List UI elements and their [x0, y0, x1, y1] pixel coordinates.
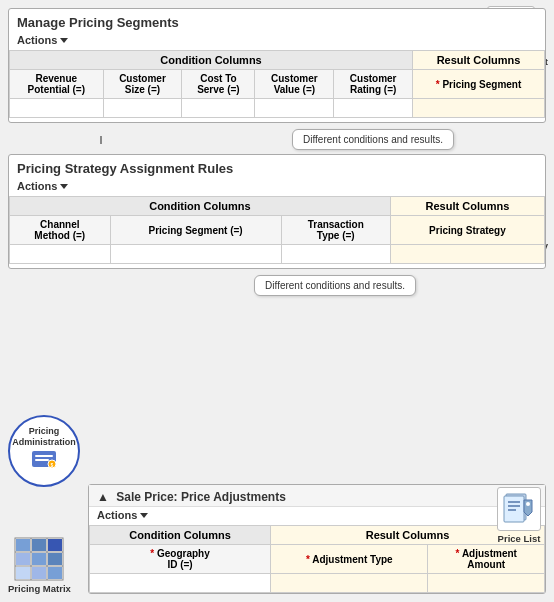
- balloon-2-container: Different conditions and results.: [8, 275, 546, 296]
- col-pricing-segment: * Pricing Segment: [413, 70, 545, 99]
- strategy-row-1-c2: [110, 245, 281, 264]
- col-pricing-segment-eq: Pricing Segment (=): [110, 216, 281, 245]
- pricing-matrix-icon: [14, 537, 64, 581]
- admin-circle-icon: $: [30, 447, 58, 476]
- balloon-2: Different conditions and results.: [254, 275, 416, 296]
- svg-rect-13: [35, 455, 53, 457]
- col-transaction-type: TransactionType (=): [281, 216, 390, 245]
- sale-actions-dropdown-arrow: [140, 513, 148, 518]
- admin-icon-svg: $: [30, 447, 58, 471]
- manage-row-1-c5: [334, 99, 413, 118]
- col-customer-rating: CustomerRating (=): [334, 70, 413, 99]
- balloon-1-container: Different conditions and results.: [8, 129, 546, 150]
- svg-rect-14: [35, 459, 49, 461]
- col-adjustment-type: * Adjustment Type: [271, 545, 428, 574]
- pricing-matrix-container: Pricing Matrix: [8, 537, 71, 594]
- col-geography-id: * GeographyID (=): [90, 545, 271, 574]
- svg-rect-22: [16, 539, 30, 551]
- sale-price-panel: Price List ▲ Sale Price: Price Adjustmen…: [88, 484, 546, 594]
- strategy-table: Condition Columns Result Columns Channel…: [9, 196, 545, 264]
- manage-row-1-c3: [182, 99, 255, 118]
- main-container: Pricing Segment Manage Pricing Segments …: [0, 0, 554, 602]
- manage-actions-row[interactable]: Actions: [9, 32, 545, 50]
- pricing-administration-circle: PricingAdministration $: [8, 415, 80, 487]
- manage-panel-title: Manage Pricing Segments: [9, 9, 545, 32]
- triangle-marker: ▲: [97, 490, 109, 504]
- balloon-1-text: Different conditions and results.: [303, 134, 443, 145]
- strategy-assignment-panel: Pricing Strategy Assignment Rules Action…: [8, 154, 546, 269]
- strategy-actions-dropdown-arrow: [60, 184, 68, 189]
- sale-actions-row[interactable]: Actions: [89, 507, 545, 525]
- sale-condition-header: Condition Columns: [90, 526, 271, 545]
- manage-table: Condition Columns Result Columns Revenue…: [9, 50, 545, 118]
- pricing-matrix-label: Pricing Matrix: [8, 583, 71, 594]
- manage-condition-columns-header: Condition Columns: [10, 51, 413, 70]
- svg-rect-27: [48, 553, 62, 565]
- svg-text:$: $: [51, 462, 54, 468]
- sale-panel-title: ▲ Sale Price: Price Adjustments: [89, 485, 545, 507]
- strategy-row-1-c3: [281, 245, 390, 264]
- sale-table: Condition Columns Result Columns * Geogr…: [89, 525, 545, 593]
- strategy-condition-header: Condition Columns: [10, 197, 391, 216]
- col-revenue-potential: RevenuePotential (=): [10, 70, 104, 99]
- strategy-panel-title: Pricing Strategy Assignment Rules: [9, 155, 545, 178]
- strategy-row-1-c1: [10, 245, 111, 264]
- svg-rect-30: [48, 567, 62, 579]
- col-channel-method: ChannelMethod (=): [10, 216, 111, 245]
- admin-circle-top-label: PricingAdministration: [12, 426, 76, 448]
- manage-row-1-r1: [413, 99, 545, 118]
- balloon-2-text: Different conditions and results.: [265, 280, 405, 291]
- price-list-label: Price List: [498, 533, 541, 544]
- sale-actions-label: Actions: [97, 509, 137, 521]
- manage-row-1-c1: [10, 99, 104, 118]
- manage-pricing-segments-panel: Manage Pricing Segments Actions Conditio…: [8, 8, 546, 123]
- balloon-1: Different conditions and results.: [292, 129, 454, 150]
- col-adjustment-amount: * AdjustmentAmount: [428, 545, 545, 574]
- strategy-row-1-r1: [390, 245, 544, 264]
- svg-rect-24: [48, 539, 62, 551]
- strategy-actions-label: Actions: [17, 180, 57, 192]
- svg-rect-25: [16, 553, 30, 565]
- svg-rect-28: [16, 567, 30, 579]
- svg-rect-29: [32, 567, 46, 579]
- svg-rect-32: [504, 496, 524, 522]
- sale-row-1-r1: [271, 574, 428, 593]
- sale-row-1-r2: [428, 574, 545, 593]
- col-pricing-strategy: Pricing Strategy: [390, 216, 544, 245]
- svg-rect-23: [32, 539, 46, 551]
- sale-row-1-c1: [90, 574, 271, 593]
- matrix-svg: [14, 537, 64, 581]
- price-list-icon: Price List: [497, 487, 541, 544]
- svg-point-37: [526, 502, 530, 506]
- svg-rect-26: [32, 553, 46, 565]
- manage-result-columns-header: Result Columns: [413, 51, 545, 70]
- col-customer-size: CustomerSize (=): [103, 70, 182, 99]
- price-list-svg: [502, 492, 536, 526]
- manage-actions-label: Actions: [17, 34, 57, 46]
- strategy-actions-row[interactable]: Actions: [9, 178, 545, 196]
- col-cost-to-serve: Cost ToServe (=): [182, 70, 255, 99]
- strategy-result-header: Result Columns: [390, 197, 544, 216]
- manage-row-1-c4: [255, 99, 334, 118]
- manage-row-1-c2: [103, 99, 182, 118]
- manage-actions-dropdown-arrow: [60, 38, 68, 43]
- sale-panel-title-text: Sale Price: Price Adjustments: [116, 490, 286, 504]
- col-customer-value: CustomerValue (=): [255, 70, 334, 99]
